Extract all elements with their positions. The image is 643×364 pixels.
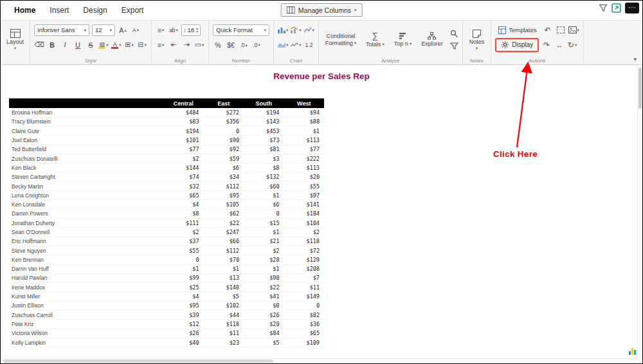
rep-name-cell[interactable]: Darrin Van Huff <box>9 264 163 273</box>
decimal-places-button[interactable]: 1.2 <box>304 39 314 51</box>
value-cell[interactable]: $90 <box>244 273 284 282</box>
value-cell[interactable]: $20 <box>284 172 325 181</box>
value-cell[interactable]: $129 <box>284 255 325 264</box>
currency-format-button[interactable]: $€ <box>226 39 236 51</box>
more-options-button[interactable]: ⋯ <box>625 3 639 14</box>
rep-name-cell[interactable]: Darren Powers <box>9 209 163 218</box>
font-family-select[interactable]: Inforiver Sans▾ <box>34 24 89 36</box>
percent-format-button[interactable]: % <box>213 39 223 51</box>
value-cell[interactable]: $59 <box>204 154 244 163</box>
table-row[interactable]: Justin Ellison$95$102$00 <box>9 301 324 310</box>
rep-name-cell[interactable]: Ken Black <box>9 163 163 172</box>
conditional-formatting-button[interactable]: Conditional Formatting▾ <box>323 33 359 46</box>
column-header[interactable]: East <box>204 98 244 108</box>
stepper-arrows[interactable]: ▲▼ <box>195 27 199 33</box>
value-cell[interactable]: $222 <box>284 154 325 163</box>
bar-chart-button[interactable]: ▾ <box>278 24 288 36</box>
table-row[interactable]: Brosina Hoffman$484$272$194$94 <box>9 108 324 117</box>
value-cell[interactable]: $88 <box>284 117 325 126</box>
value-cell[interactable]: $356 <box>204 117 244 126</box>
fit-width-button[interactable]: ↔ <box>554 39 565 51</box>
value-cell[interactable]: $194 <box>163 127 204 136</box>
borders-button[interactable]: ⊞▾ <box>124 39 134 51</box>
value-cell[interactable]: $104 <box>284 219 325 228</box>
value-cell[interactable]: $1 <box>204 264 244 273</box>
value-cell[interactable]: $1 <box>284 127 325 136</box>
filter-icon[interactable] <box>599 4 608 12</box>
value-cell[interactable]: 0 <box>204 127 244 136</box>
value-cell[interactable]: 0 <box>284 301 325 310</box>
table-row[interactable]: Darrin Van Huff$1$1$1$208 <box>9 264 324 273</box>
rep-name-cell[interactable]: Ken Lonsdale <box>9 200 163 209</box>
italic-button[interactable]: I <box>60 39 70 51</box>
table-row[interactable]: Zuschuss Carroll$39$44$26$82 <box>9 311 324 320</box>
value-cell[interactable]: $65 <box>163 191 204 200</box>
value-cell[interactable]: $77 <box>163 145 204 154</box>
value-cell[interactable]: $23 <box>204 338 244 347</box>
table-row[interactable]: Steve Nguyen$55$112$2$72 <box>9 246 324 255</box>
horizontal-align-button[interactable]: ≡▾ <box>156 39 166 51</box>
value-cell[interactable]: $2 <box>163 154 204 163</box>
value-cell[interactable]: $113 <box>284 163 325 172</box>
templates-button[interactable]: Templates <box>495 24 539 36</box>
table-row[interactable]: Jonathan Doherty$111$22$15$104 <box>9 219 324 228</box>
export-image-button[interactable]: ▾ <box>568 24 579 36</box>
column-header[interactable]: Central <box>163 98 204 108</box>
value-cell[interactable]: $5 <box>204 292 244 301</box>
value-cell[interactable]: $149 <box>284 292 325 301</box>
rep-name-cell[interactable]: Lena Creighton <box>9 191 163 200</box>
value-cell[interactable]: $4 <box>163 292 204 301</box>
value-cell[interactable]: $60 <box>244 181 284 190</box>
rep-name-cell[interactable]: Jonathan Doherty <box>9 219 163 228</box>
value-cell[interactable]: $94 <box>284 108 325 117</box>
value-cell[interactable]: $1 <box>244 228 284 237</box>
table-row[interactable]: Tracy Blumstein$83$356$143$88 <box>9 117 324 126</box>
value-cell[interactable]: $70 <box>204 255 244 264</box>
decrease-indent-button[interactable]: ⇤ <box>168 39 179 51</box>
value-cell[interactable]: $22 <box>244 283 284 292</box>
value-cell[interactable]: $118 <box>284 237 325 246</box>
value-cell[interactable]: $1 <box>244 264 284 273</box>
value-cell[interactable]: $6 <box>204 163 244 172</box>
rep-name-cell[interactable]: Ted Butterfield <box>9 145 163 154</box>
table-row[interactable]: Ken Black$144$6$8$113 <box>9 163 324 172</box>
value-cell[interactable]: $65 <box>284 329 325 338</box>
table-row[interactable]: Lena Creighton$65$95$1$97 <box>9 191 324 200</box>
increase-indent-button[interactable]: ⇥ <box>181 39 192 51</box>
tab-insert[interactable]: Insert <box>42 1 76 19</box>
value-cell[interactable]: $4 <box>163 200 204 209</box>
value-cell[interactable]: $272 <box>204 108 244 117</box>
ribbon-filter-icon[interactable] <box>450 42 458 50</box>
rep-name-cell[interactable]: Steven Cartwright <box>9 172 163 181</box>
value-cell[interactable]: $66 <box>204 237 244 246</box>
value-cell[interactable]: $132 <box>244 172 284 181</box>
decrease-decimal-button[interactable]: .0▾ <box>251 39 262 51</box>
value-cell[interactable]: $6 <box>244 200 284 209</box>
clear-format-button[interactable]: ⌫ <box>34 39 44 51</box>
bold-button[interactable]: B <box>47 39 57 51</box>
increase-font-button[interactable]: A▴ <box>118 24 128 36</box>
value-cell[interactable]: $12 <box>163 320 204 329</box>
value-cell[interactable]: $81 <box>244 145 284 154</box>
rep-name-cell[interactable]: Brosina Hoffman <box>9 108 163 117</box>
value-cell[interactable]: $102 <box>204 301 244 310</box>
rep-name-cell[interactable]: Sean O'Donnell <box>9 228 163 237</box>
value-cell[interactable]: $2 <box>284 228 325 237</box>
value-cell[interactable]: $112 <box>204 246 244 255</box>
font-color-button[interactable]: A▾ <box>111 39 122 51</box>
value-cell[interactable]: $72 <box>284 246 325 255</box>
decrease-font-button[interactable]: A▾ <box>131 24 141 36</box>
value-cell[interactable]: $34 <box>204 172 244 181</box>
top-n-button[interactable]: Top n▾ <box>392 32 414 47</box>
table-row[interactable]: Kelly Lampkin$40$23$5$109 <box>9 338 324 347</box>
value-cell[interactable]: $55 <box>284 181 325 190</box>
table-row[interactable]: Ken Lonsdale$4$105$6$141 <box>9 200 324 209</box>
table-row[interactable]: Claire Gute$1940$453$1 <box>9 127 324 136</box>
value-cell[interactable]: $82 <box>284 311 325 320</box>
table-row[interactable]: Darren Powers$8$620$184 <box>9 209 324 218</box>
value-cell[interactable]: $0 <box>244 301 284 310</box>
value-cell[interactable]: $144 <box>163 163 204 172</box>
value-cell[interactable]: $44 <box>204 311 244 320</box>
line-chart-button[interactable]: ▾ <box>304 24 314 36</box>
value-cell[interactable]: $113 <box>284 136 325 145</box>
